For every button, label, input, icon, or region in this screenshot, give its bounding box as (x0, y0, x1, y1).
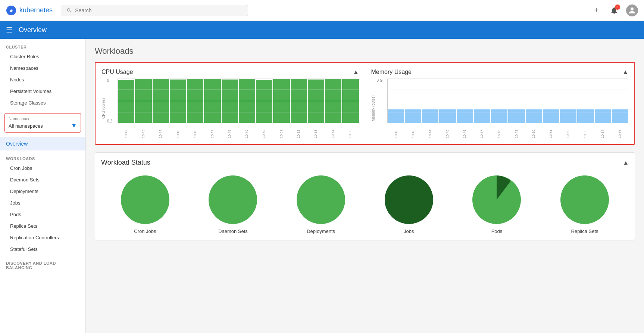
search-box[interactable] (62, 5, 248, 16)
user-avatar[interactable] (626, 4, 638, 16)
mem-x-label: 10:54 (601, 125, 604, 138)
deployments-pie (297, 175, 345, 224)
replica-sets-pie (560, 175, 609, 224)
mem-x-label: 10:53 (583, 125, 587, 138)
cron-jobs-pie (121, 175, 169, 224)
pie-item-jobs: Jobs (385, 175, 433, 234)
cpu-x-label: 10:50 (262, 125, 266, 138)
sidebar: Cluster Cluster Roles Namespaces Nodes P… (0, 39, 86, 333)
namespace-selector[interactable]: Namespace All namespaces ▼ (4, 113, 81, 133)
sidebar-item-namespaces[interactable]: Namespaces (0, 62, 85, 74)
cpu-x-label: 10:53 (314, 125, 318, 138)
sidebar-item-cron-jobs[interactable]: Cron Jobs (0, 162, 85, 174)
cpu-bars (118, 78, 359, 123)
svg-point-4 (297, 175, 345, 224)
memory-grid (387, 78, 629, 123)
sidebar-item-nodes[interactable]: Nodes (0, 74, 85, 85)
search-icon (66, 7, 72, 13)
memory-chart-panel: Memory Usage ▲ Memory (bytes) 0 Gi (365, 63, 635, 144)
mem-x-label: 10:50 (532, 125, 535, 138)
grid-line (387, 78, 629, 79)
grid-line (118, 90, 359, 90)
daemon-sets-label: Daemon Sets (218, 228, 248, 234)
cpu-x-label: 10:43 (141, 125, 145, 138)
sidebar-item-replication-controllers[interactable]: Replication Controllers (0, 232, 85, 243)
memory-y-label: Memory (bytes) (371, 78, 375, 138)
pie-item-replica-sets: Replica Sets (560, 175, 609, 234)
sidebar-item-storage-classes[interactable]: Storage Classes (0, 97, 85, 109)
sidebar-item-overview[interactable]: Overview (0, 137, 85, 150)
search-input[interactable] (75, 7, 243, 13)
mem-x-label: 10:55 (618, 125, 622, 138)
deployments-label: Deployments (307, 228, 335, 234)
memory-chart-with-axis: 0 Gi (377, 78, 629, 123)
grid-line (118, 78, 359, 79)
cpu-grid (118, 78, 359, 123)
cpu-collapse-button[interactable]: ▲ (353, 69, 359, 75)
svg-point-2 (121, 175, 169, 224)
memory-x-labels: 10:4210:4310:4410:4510:4610:4710:4810:49… (377, 125, 629, 138)
grid-line (118, 101, 359, 101)
notification-badge: 3 (615, 4, 620, 10)
mem-x-label: 10:48 (497, 125, 501, 138)
section-header: ☰ Overview (0, 21, 644, 39)
mem-x-label: 10:47 (480, 125, 484, 138)
cpu-x-label: 10:42 (124, 125, 128, 138)
logo[interactable]: ⎈ kubernetes (6, 5, 53, 16)
section-title: Overview (19, 26, 47, 34)
sidebar-item-persistent-volumes[interactable]: Persistent Volumes (0, 85, 85, 97)
cpu-chart-with-axis: 0.2 0 (107, 78, 359, 123)
mem-x-label: 10:44 (428, 125, 432, 138)
grid-line (387, 101, 629, 101)
mem-x-label: 10:43 (411, 125, 415, 138)
namespace-label: Namespace (9, 116, 77, 121)
cpu-x-label: 10:54 (331, 125, 335, 138)
sidebar-item-daemon-sets[interactable]: Daemon Sets (0, 174, 85, 186)
notifications-button[interactable]: 3 (608, 4, 620, 16)
sidebar-item-replica-sets[interactable]: Replica Sets (0, 220, 85, 232)
menu-icon[interactable]: ☰ (6, 25, 13, 34)
jobs-label: Jobs (404, 228, 414, 234)
topbar: ⎈ kubernetes + 3 (0, 0, 644, 21)
namespace-select[interactable]: All namespaces ▼ (9, 122, 77, 129)
cpu-x-label: 10:44 (159, 125, 162, 138)
cpu-x-label: 10:52 (297, 125, 300, 138)
sidebar-item-jobs[interactable]: Jobs (0, 197, 85, 209)
pods-label: Pods (491, 228, 503, 234)
memory-chart-header: Memory Usage ▲ (371, 69, 629, 75)
add-button[interactable]: + (590, 4, 602, 16)
user-icon (628, 7, 636, 14)
grid-line (387, 112, 629, 112)
chevron-down-icon: ▼ (71, 122, 77, 129)
workload-status-collapse-button[interactable]: ▲ (623, 159, 629, 166)
grid-line (118, 112, 359, 112)
cpu-x-label: 10:49 (245, 125, 248, 138)
cpu-chart-area: CPU (cores) 0.2 0 (101, 78, 359, 138)
cpu-chart-panel: CPU Usage ▲ CPU (cores) 0.2 0 (96, 63, 365, 144)
sidebar-item-cluster-roles[interactable]: Cluster Roles (0, 51, 85, 62)
pie-item-deployments: Deployments (297, 175, 345, 234)
daemon-sets-pie (209, 175, 257, 224)
mem-x-label: 10:45 (446, 125, 449, 138)
namespace-value: All namespaces (9, 123, 43, 129)
memory-y-axis: 0 Gi (377, 78, 387, 123)
sidebar-item-stateful-sets[interactable]: Stateful Sets (0, 243, 85, 255)
workload-status-title: Workload Status (101, 159, 150, 166)
mem-x-label: 10:46 (463, 125, 466, 138)
mem-x-label: 10:42 (394, 125, 398, 138)
workload-status-header: Workload Status ▲ (101, 159, 629, 166)
cpu-x-label: 10:55 (348, 125, 352, 138)
sidebar-item-pods[interactable]: Pods (0, 209, 85, 220)
charts-container: CPU Usage ▲ CPU (cores) 0.2 0 (95, 62, 635, 145)
mem-x-label: 10:49 (515, 125, 518, 138)
logo-text: kubernetes (19, 6, 53, 14)
workload-status-section: Workload Status ▲ Cron Jobs Daemon Sets (95, 152, 635, 240)
memory-collapse-button[interactable]: ▲ (622, 69, 628, 75)
cpu-x-labels: 10:4210:4310:4410:4510:4610:4710:4810:49… (107, 125, 359, 138)
topbar-actions: + 3 (590, 4, 638, 16)
sidebar-item-deployments[interactable]: Deployments (0, 186, 85, 197)
jobs-pie (385, 175, 433, 224)
cpu-y-axis: 0.2 0 (107, 78, 118, 123)
grid-line (387, 90, 629, 90)
svg-text:⎈: ⎈ (10, 8, 13, 13)
